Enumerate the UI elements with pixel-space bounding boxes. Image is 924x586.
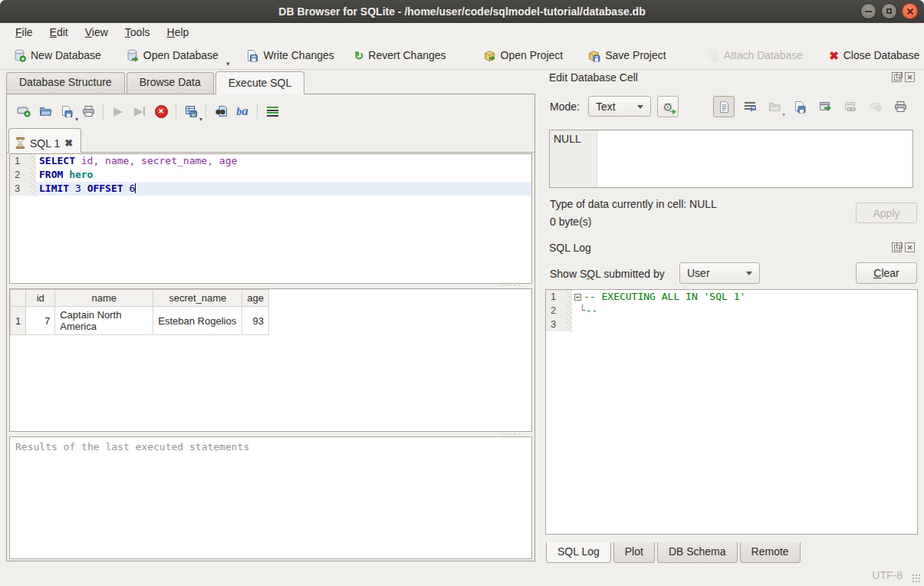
row-header[interactable]: 1: [11, 307, 26, 335]
sql1-tab-close-icon[interactable]: ✖: [64, 137, 73, 149]
editor-line: 2 FROM hero: [10, 168, 531, 182]
open-external-icon: [819, 101, 832, 113]
maximize-button[interactable]: [881, 3, 897, 19]
format-sql-button[interactable]: [261, 101, 283, 121]
print-button[interactable]: [77, 101, 99, 121]
apply-button: Apply: [856, 202, 917, 223]
minimize-button[interactable]: [860, 3, 876, 19]
column-header-age[interactable]: age: [242, 290, 269, 307]
cell-edit-area[interactable]: [597, 130, 912, 187]
menu-file[interactable]: File: [8, 25, 41, 40]
clear-log-button[interactable]: Clear: [856, 262, 917, 284]
open-in-external-button[interactable]: [814, 96, 836, 117]
title-bar[interactable]: DB Browser for SQLite - /home/user/code/…: [0, 0, 924, 23]
copy-link-button: [840, 96, 861, 117]
print-cell-button[interactable]: [889, 96, 911, 117]
mode-label: Mode:: [550, 100, 580, 113]
resize-grip[interactable]: [912, 574, 921, 583]
menu-view[interactable]: View: [77, 25, 116, 40]
sql-log-filter-select[interactable]: User: [679, 262, 760, 284]
export-results-button[interactable]: ▾: [180, 101, 202, 121]
new-tab-icon: [17, 105, 31, 117]
status-bar: UTF-8: [0, 563, 924, 586]
cell-null-indicator: NULL: [550, 130, 597, 187]
cell-age[interactable]: 93: [242, 307, 269, 335]
open-database-icon: [126, 49, 139, 62]
column-header-name[interactable]: name: [55, 290, 153, 307]
sql-editor[interactable]: 1 SELECT id, name, secret_name, age 2 FR…: [9, 153, 532, 284]
word-wrap-icon: [744, 101, 756, 112]
replace-button[interactable]: ba: [232, 101, 253, 121]
cell-id[interactable]: 7: [26, 307, 55, 335]
editor-line: 1 SELECT id, name, secret_name, age: [10, 154, 531, 168]
stop-execution-button[interactable]: ✕: [150, 101, 172, 121]
line-number: 3: [546, 318, 566, 331]
cell-name[interactable]: Captain North America: [55, 307, 153, 335]
save-file-icon: [61, 105, 73, 117]
cell-value-editor[interactable]: NULL: [549, 130, 913, 188]
dock-close-icon[interactable]: ✕: [905, 242, 915, 252]
import-icon: [768, 101, 781, 113]
main-toolbar: New Database Open Database ▾ Write Chang…: [0, 41, 924, 70]
column-header-secret-name[interactable]: secret_name: [153, 290, 242, 307]
cell-size-info: 0 byte(s): [550, 216, 591, 228]
sql1-tab[interactable]: SQL 1 ✖: [8, 128, 81, 153]
cell-secret-name[interactable]: Esteban Rogelios: [153, 307, 242, 335]
tab-execute-sql[interactable]: Execute SQL: [215, 71, 305, 94]
export-cell-data-button[interactable]: [789, 96, 811, 117]
tab-plot[interactable]: Plot: [613, 542, 655, 563]
write-changes-button[interactable]: Write Changes: [238, 45, 340, 66]
dock-float-icon[interactable]: [892, 72, 902, 82]
execute-sql-panel: ▾ ▶ ▶ ✕ ▾ ba SQL 1: [6, 94, 535, 561]
print-icon: [894, 100, 907, 113]
text-cursor: [135, 183, 136, 193]
save-project-button[interactable]: Save Project: [580, 45, 672, 66]
open-project-button[interactable]: Open Project: [476, 45, 571, 66]
tab-database-structure[interactable]: Database Structure: [6, 72, 125, 94]
menu-edit[interactable]: Edit: [42, 25, 76, 40]
sql1-tab-label: SQL 1: [30, 137, 60, 150]
text-document-icon: [718, 100, 730, 114]
tab-remote[interactable]: Remote: [740, 542, 801, 563]
close-database-button[interactable]: ✖ Close Database: [822, 45, 924, 66]
stop-icon: ✕: [155, 105, 168, 118]
revert-changes-button[interactable]: ↻ Revert Changes: [347, 45, 453, 66]
tab-browse-data[interactable]: Browse Data: [127, 72, 214, 94]
menu-help[interactable]: Help: [159, 25, 197, 40]
export-dropdown-caret[interactable]: ▾: [199, 116, 202, 123]
column-header-id[interactable]: id: [26, 290, 55, 307]
menu-tools[interactable]: Tools: [117, 25, 158, 40]
execute-line-button: ▶: [129, 101, 150, 121]
mode-select[interactable]: Text: [588, 96, 651, 117]
open-database-button[interactable]: Open Database: [119, 45, 225, 66]
menu-bar: File Edit View Tools Help: [0, 23, 924, 41]
word-wrap-button[interactable]: [739, 96, 761, 117]
dock-close-icon[interactable]: ✕: [905, 72, 915, 82]
maximize-icon: [886, 8, 892, 14]
open-sql-file-button[interactable]: [35, 101, 56, 121]
grid-header-row: id name secret_name age: [11, 290, 269, 307]
new-database-button[interactable]: New Database: [6, 45, 108, 66]
fold-marker-icon[interactable]: [574, 294, 581, 301]
text-mode-button[interactable]: [713, 96, 735, 117]
save-sql-file-button[interactable]: ▾: [56, 101, 77, 121]
results-message: Results of the last executed statements: [15, 441, 249, 453]
link-icon: [844, 101, 857, 113]
write-changes-icon: [245, 49, 258, 62]
grid-corner[interactable]: [11, 290, 26, 307]
find-button[interactable]: [210, 101, 232, 121]
sql-log-editor[interactable]: 1 -- EXECUTING ALL IN 'SQL 1' 2 └-- 3: [545, 289, 918, 535]
encoding-indicator: UTF-8: [872, 569, 903, 581]
tab-db-schema[interactable]: DB Schema: [657, 542, 738, 563]
line-number: 2: [546, 304, 566, 318]
splitter-handle[interactable]: ·····: [476, 283, 522, 288]
execute-all-button: ▶: [107, 101, 129, 121]
open-database-dropdown[interactable]: ▾: [226, 60, 230, 69]
open-sql-tab-button[interactable]: [13, 101, 35, 121]
close-button[interactable]: [902, 3, 918, 19]
log-line: 2 └--: [546, 304, 917, 318]
results-grid[interactable]: id name secret_name age 1 7 Captain Nort…: [9, 288, 532, 432]
tab-sql-log[interactable]: SQL Log: [546, 542, 611, 563]
apply-format-button[interactable]: ⚙: [657, 96, 679, 117]
dock-float-icon[interactable]: [892, 242, 902, 252]
